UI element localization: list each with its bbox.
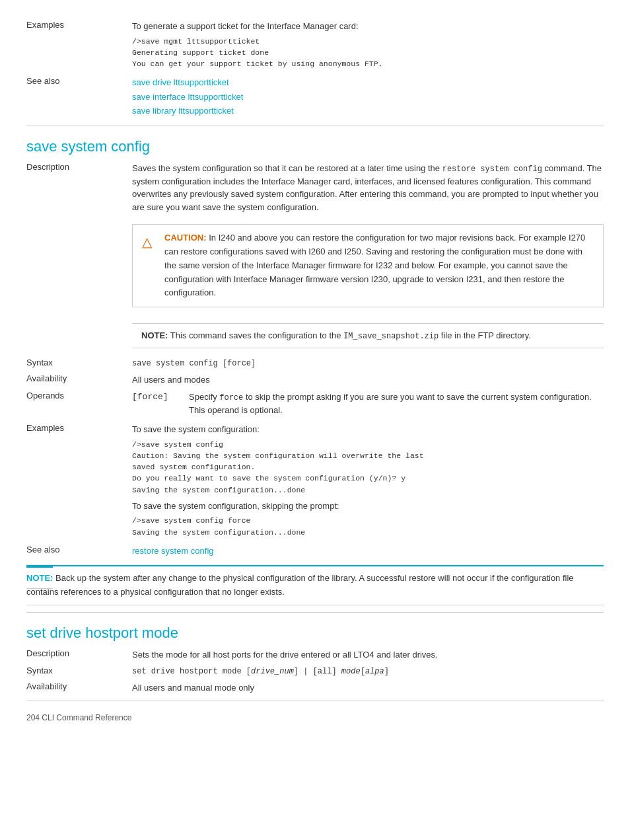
sdh-availability-content: All users and manual mode only bbox=[132, 681, 604, 695]
sdh-syntax-italic2: mode bbox=[341, 667, 361, 676]
sdh-description-row: Description Sets the mode for all host p… bbox=[26, 648, 604, 662]
operand-key: [force] bbox=[132, 391, 178, 417]
top-examples-row: Examples To generate a support ticket fo… bbox=[26, 20, 604, 72]
examples-text: To generate a support ticket for the Int… bbox=[132, 20, 604, 33]
caution-triangle-icon: △ bbox=[142, 232, 158, 300]
page-footer: 204 CLI Command Reference bbox=[26, 713, 604, 722]
sdh-syntax-label: Syntax bbox=[26, 666, 132, 677]
operand-desc-text: Specify bbox=[189, 392, 219, 402]
caution-box: △ CAUTION: In I240 and above you can res… bbox=[132, 224, 604, 307]
ssc-examples-row: Examples To save the system configuratio… bbox=[26, 423, 604, 541]
note-box: NOTE: This command saves the configurati… bbox=[132, 323, 604, 348]
note-text2: file in the FTP directory. bbox=[438, 330, 531, 340]
operand-desc: Specify force to skip the prompt asking … bbox=[189, 391, 604, 417]
note-row: NOTE: This command saves the configurati… bbox=[26, 318, 604, 354]
save-system-config-section: Description Saves the system configurati… bbox=[26, 162, 604, 559]
sdh-description-content: Sets the mode for all host ports for the… bbox=[132, 648, 604, 662]
ssc-examples-label: Examples bbox=[26, 423, 132, 541]
sdh-description-label: Description bbox=[26, 648, 132, 662]
footer-divider bbox=[26, 701, 604, 701]
see-also-links: save drive lttsupportticket save interfa… bbox=[132, 76, 604, 119]
description-label: Description bbox=[26, 162, 132, 214]
see-also-label: See also bbox=[26, 76, 132, 119]
see-also-link-1[interactable]: save drive lttsupportticket bbox=[132, 76, 604, 89]
description-text: Saves the system configuration so that i… bbox=[132, 163, 442, 173]
examples-code2: />save system config force Saving the sy… bbox=[132, 515, 604, 538]
operand-desc2: to skip the prompt asking if you are sur… bbox=[189, 392, 592, 415]
examples-code: />save mgmt lttsupportticket Generating … bbox=[132, 36, 604, 70]
bottom-note-label: NOTE: bbox=[26, 566, 53, 589]
bottom-note: NOTE: Back up the system after any chang… bbox=[26, 565, 604, 605]
sdh-syntax-row: Syntax set drive hostport mode [drive_nu… bbox=[26, 666, 604, 677]
examples-content: To generate a support ticket for the Int… bbox=[132, 20, 604, 72]
syntax-content: save system config [force] bbox=[132, 358, 604, 369]
availability-label: Availability bbox=[26, 373, 132, 387]
operands-content: [force] Specify force to skip the prompt… bbox=[132, 391, 604, 420]
section-divider-1 bbox=[26, 126, 604, 126]
examples-code1: />save system config Caution: Saving the… bbox=[132, 439, 604, 496]
note-label-spacer bbox=[26, 318, 132, 354]
set-drive-hostport-title: set drive hostport mode bbox=[26, 625, 604, 642]
note-content: NOTE: This command saves the configurati… bbox=[132, 318, 604, 354]
sdh-syntax-italic1: drive_num bbox=[251, 667, 294, 676]
set-drive-hostport-section: Description Sets the mode for all host p… bbox=[26, 648, 604, 694]
description-row: Description Saves the system configurati… bbox=[26, 162, 604, 214]
top-section: Examples To generate a support ticket fo… bbox=[26, 20, 604, 119]
examples-text1: To save the system configuration: bbox=[132, 423, 604, 436]
top-see-also-row: See also save drive lttsupportticket sav… bbox=[26, 76, 604, 119]
note-label: NOTE: bbox=[141, 330, 168, 340]
ssc-examples-content: To save the system configuration: />save… bbox=[132, 423, 604, 541]
note-code-inline: IM_save_snapshot.zip bbox=[343, 332, 438, 341]
see-also-link-2[interactable]: save interface lttsupportticket bbox=[132, 91, 604, 104]
ssc-see-also-content: restore system config bbox=[132, 545, 604, 559]
operands-row: Operands [force] Specify force to skip t… bbox=[26, 391, 604, 420]
caution-label-spacer bbox=[26, 217, 132, 314]
sdh-syntax-code2: ] | [all] bbox=[294, 667, 341, 676]
caution-row: △ CAUTION: In I240 and above you can res… bbox=[26, 217, 604, 314]
availability-row: Availability All users and modes bbox=[26, 373, 604, 387]
sdh-syntax-italic3: alpa bbox=[365, 667, 384, 676]
sdh-syntax-content: set drive hostport mode [drive_num] | [a… bbox=[132, 666, 604, 677]
availability-content: All users and modes bbox=[132, 373, 604, 387]
sdh-syntax-code3: [ bbox=[361, 667, 365, 676]
syntax-row: Syntax save system config [force] bbox=[26, 358, 604, 369]
sdh-availability-label: Availability bbox=[26, 681, 132, 695]
section-divider-2 bbox=[26, 612, 604, 613]
see-also-link-3[interactable]: save library lttsupportticket bbox=[132, 104, 604, 118]
save-system-config-title: save system config bbox=[26, 138, 604, 155]
examples-text2: To save the system configuration, skippi… bbox=[132, 500, 604, 513]
sdh-syntax-code1: set drive hostport mode [ bbox=[132, 667, 251, 676]
note-text: This command saves the configuration to … bbox=[170, 330, 343, 340]
ssc-see-also-label: See also bbox=[26, 545, 132, 559]
ssc-see-also-link[interactable]: restore system config bbox=[132, 545, 604, 558]
caution-body: In I240 and above you can restore the co… bbox=[164, 233, 585, 297]
sdh-availability-row: Availability All users and manual mode o… bbox=[26, 681, 604, 695]
ssc-see-also-row: See also restore system config bbox=[26, 545, 604, 559]
syntax-label: Syntax bbox=[26, 358, 132, 369]
description-code-inline: restore system config bbox=[442, 165, 542, 174]
sdh-syntax-code4: ] bbox=[384, 667, 389, 676]
operands-label: Operands bbox=[26, 391, 132, 420]
bottom-note-text: Back up the system after any change to t… bbox=[26, 573, 574, 597]
examples-label: Examples bbox=[26, 20, 132, 72]
operand-code: force bbox=[219, 393, 243, 402]
caution-box-wrapper: △ CAUTION: In I240 and above you can res… bbox=[132, 217, 604, 314]
operands-detail: [force] Specify force to skip the prompt… bbox=[132, 391, 604, 417]
description-content: Saves the system configuration so that i… bbox=[132, 162, 604, 214]
caution-label: CAUTION: bbox=[164, 233, 207, 243]
caution-text: CAUTION: In I240 and above you can resto… bbox=[164, 231, 594, 300]
